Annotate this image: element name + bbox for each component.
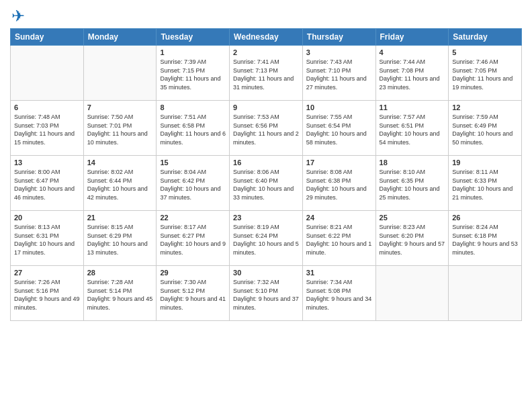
calendar-cell: 7Sunrise: 7:50 AMSunset: 7:01 PMDaylight…	[83, 101, 157, 156]
calendar-cell: 8Sunrise: 7:51 AMSunset: 6:58 PMDaylight…	[157, 101, 230, 156]
day-number: 5	[452, 48, 518, 56]
day-number: 19	[452, 158, 518, 167]
week-row-5: 27Sunrise: 7:26 AMSunset: 5:16 PMDayligh…	[11, 266, 522, 321]
day-info: Sunrise: 8:06 AMSunset: 6:40 PMDaylight:…	[233, 168, 299, 201]
weekday-header-row: SundayMondayTuesdayWednesdayThursdayFrid…	[11, 29, 522, 46]
day-info: Sunrise: 8:21 AMSunset: 6:22 PMDaylight:…	[306, 223, 372, 257]
calendar-cell: 21Sunrise: 8:15 AMSunset: 6:29 PMDayligh…	[83, 211, 157, 266]
day-info: Sunrise: 7:50 AMSunset: 7:01 PMDaylight:…	[87, 113, 153, 146]
day-info: Sunrise: 8:08 AMSunset: 6:38 PMDaylight:…	[306, 168, 372, 201]
calendar-cell: 15Sunrise: 8:04 AMSunset: 6:42 PMDayligh…	[157, 156, 230, 211]
day-number: 7	[87, 103, 153, 111]
calendar-cell: 25Sunrise: 8:23 AMSunset: 6:20 PMDayligh…	[375, 211, 449, 266]
page: ✈ SundayMondayTuesdayWednesdayThursdayFr…	[0, 0, 532, 411]
day-info: Sunrise: 7:39 AMSunset: 7:15 PMDaylight:…	[160, 58, 226, 91]
day-number: 21	[87, 214, 153, 222]
weekday-saturday: Saturday	[449, 29, 522, 46]
calendar-cell	[83, 46, 157, 101]
logo: ✈	[10, 7, 25, 23]
calendar-cell: 24Sunrise: 8:21 AMSunset: 6:22 PMDayligh…	[302, 211, 375, 266]
day-number: 8	[160, 103, 226, 111]
weekday-wednesday: Wednesday	[230, 29, 303, 46]
day-info: Sunrise: 8:15 AMSunset: 6:29 PMDaylight:…	[87, 223, 153, 257]
day-number: 25	[380, 214, 445, 222]
day-info: Sunrise: 7:32 AMSunset: 5:10 PMDaylight:…	[233, 278, 299, 312]
day-info: Sunrise: 7:41 AMSunset: 7:13 PMDaylight:…	[233, 58, 299, 91]
calendar-cell: 5Sunrise: 7:46 AMSunset: 7:05 PMDaylight…	[449, 46, 522, 101]
day-info: Sunrise: 7:26 AMSunset: 5:16 PMDaylight:…	[14, 278, 80, 312]
week-row-1: 1Sunrise: 7:39 AMSunset: 7:15 PMDaylight…	[11, 46, 522, 101]
day-info: Sunrise: 7:43 AMSunset: 7:10 PMDaylight:…	[306, 58, 372, 91]
calendar-cell: 27Sunrise: 7:26 AMSunset: 5:16 PMDayligh…	[11, 266, 84, 321]
day-info: Sunrise: 8:24 AMSunset: 6:18 PMDaylight:…	[452, 223, 518, 257]
day-number: 11	[380, 103, 445, 111]
calendar-cell: 3Sunrise: 7:43 AMSunset: 7:10 PMDaylight…	[302, 46, 375, 101]
day-info: Sunrise: 7:28 AMSunset: 5:14 PMDaylight:…	[87, 278, 153, 312]
day-number: 10	[306, 103, 372, 111]
calendar-cell: 17Sunrise: 8:08 AMSunset: 6:38 PMDayligh…	[302, 156, 375, 211]
weekday-sunday: Sunday	[11, 29, 84, 46]
day-info: Sunrise: 8:11 AMSunset: 6:33 PMDaylight:…	[452, 168, 518, 201]
calendar-cell: 23Sunrise: 8:19 AMSunset: 6:24 PMDayligh…	[230, 211, 303, 266]
calendar-cell: 26Sunrise: 8:24 AMSunset: 6:18 PMDayligh…	[449, 211, 522, 266]
day-info: Sunrise: 7:34 AMSunset: 5:08 PMDaylight:…	[306, 278, 372, 312]
calendar-cell	[11, 46, 84, 101]
calendar-cell: 9Sunrise: 7:53 AMSunset: 6:56 PMDaylight…	[230, 101, 303, 156]
calendar-cell: 6Sunrise: 7:48 AMSunset: 7:03 PMDaylight…	[11, 101, 84, 156]
day-info: Sunrise: 7:53 AMSunset: 6:56 PMDaylight:…	[233, 113, 299, 146]
day-number: 15	[160, 158, 226, 167]
calendar-cell: 13Sunrise: 8:00 AMSunset: 6:47 PMDayligh…	[11, 156, 84, 211]
day-number: 6	[14, 103, 80, 111]
day-info: Sunrise: 8:13 AMSunset: 6:31 PMDaylight:…	[14, 223, 80, 257]
weekday-tuesday: Tuesday	[157, 29, 230, 46]
day-number: 13	[14, 158, 80, 167]
calendar-cell: 2Sunrise: 7:41 AMSunset: 7:13 PMDaylight…	[230, 46, 303, 101]
day-info: Sunrise: 8:23 AMSunset: 6:20 PMDaylight:…	[380, 223, 445, 257]
day-info: Sunrise: 7:30 AMSunset: 5:12 PMDaylight:…	[160, 278, 226, 312]
day-number: 30	[233, 269, 299, 277]
calendar-cell: 31Sunrise: 7:34 AMSunset: 5:08 PMDayligh…	[302, 266, 375, 321]
week-row-2: 6Sunrise: 7:48 AMSunset: 7:03 PMDaylight…	[11, 101, 522, 156]
day-number: 26	[452, 214, 518, 222]
day-info: Sunrise: 8:02 AMSunset: 6:44 PMDaylight:…	[87, 168, 153, 201]
day-info: Sunrise: 8:10 AMSunset: 6:35 PMDaylight:…	[380, 168, 445, 201]
day-number: 17	[306, 158, 372, 167]
calendar-cell: 29Sunrise: 7:30 AMSunset: 5:12 PMDayligh…	[157, 266, 230, 321]
calendar-cell: 14Sunrise: 8:02 AMSunset: 6:44 PMDayligh…	[83, 156, 157, 211]
day-info: Sunrise: 8:17 AMSunset: 6:27 PMDaylight:…	[160, 223, 226, 257]
header: ✈	[10, 7, 522, 23]
day-number: 16	[233, 158, 299, 167]
calendar-cell: 18Sunrise: 8:10 AMSunset: 6:35 PMDayligh…	[375, 156, 449, 211]
calendar-cell: 11Sunrise: 7:57 AMSunset: 6:51 PMDayligh…	[375, 101, 449, 156]
weekday-friday: Friday	[375, 29, 449, 46]
calendar-cell: 4Sunrise: 7:44 AMSunset: 7:08 PMDaylight…	[375, 46, 449, 101]
logo-bird-icon: ✈	[11, 7, 25, 26]
week-row-4: 20Sunrise: 8:13 AMSunset: 6:31 PMDayligh…	[11, 211, 522, 266]
day-info: Sunrise: 7:44 AMSunset: 7:08 PMDaylight:…	[380, 58, 445, 91]
day-info: Sunrise: 8:00 AMSunset: 6:47 PMDaylight:…	[14, 168, 80, 201]
calendar-cell: 19Sunrise: 8:11 AMSunset: 6:33 PMDayligh…	[449, 156, 522, 211]
day-number: 29	[160, 269, 226, 277]
calendar-cell: 22Sunrise: 8:17 AMSunset: 6:27 PMDayligh…	[157, 211, 230, 266]
calendar-cell: 28Sunrise: 7:28 AMSunset: 5:14 PMDayligh…	[83, 266, 157, 321]
day-info: Sunrise: 7:46 AMSunset: 7:05 PMDaylight:…	[452, 58, 518, 91]
day-number: 24	[306, 214, 372, 222]
calendar-cell: 20Sunrise: 8:13 AMSunset: 6:31 PMDayligh…	[11, 211, 84, 266]
calendar-cell	[449, 266, 522, 321]
day-number: 27	[14, 269, 80, 277]
day-info: Sunrise: 7:48 AMSunset: 7:03 PMDaylight:…	[14, 113, 80, 146]
day-info: Sunrise: 8:04 AMSunset: 6:42 PMDaylight:…	[160, 168, 226, 201]
day-number: 31	[306, 269, 372, 277]
day-number: 2	[233, 48, 299, 56]
day-number: 12	[452, 103, 518, 111]
calendar-cell: 16Sunrise: 8:06 AMSunset: 6:40 PMDayligh…	[230, 156, 303, 211]
day-number: 23	[233, 214, 299, 222]
calendar-cell	[375, 266, 449, 321]
day-number: 20	[14, 214, 80, 222]
day-number: 22	[160, 214, 226, 222]
calendar-cell: 12Sunrise: 7:59 AMSunset: 6:49 PMDayligh…	[449, 101, 522, 156]
day-info: Sunrise: 7:57 AMSunset: 6:51 PMDaylight:…	[380, 113, 445, 146]
weekday-monday: Monday	[83, 29, 157, 46]
day-number: 3	[306, 48, 372, 56]
day-number: 18	[380, 158, 445, 167]
